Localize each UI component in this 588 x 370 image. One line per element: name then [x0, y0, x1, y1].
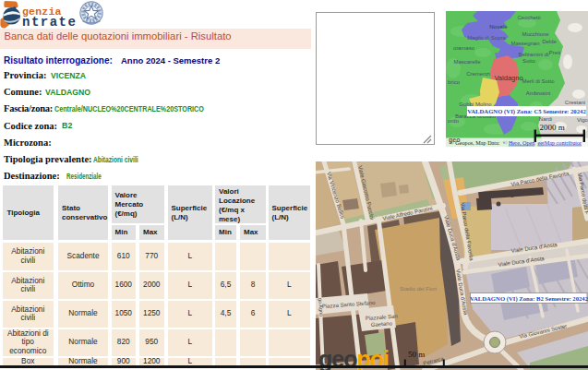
svg-text:50 m: 50 m	[408, 350, 425, 359]
svg-text:© Geopos, Map Data: © Here, O: © Geopos, Map Data: © Here, Open	[450, 139, 534, 146]
svg-text:eetMap contributor: eetMap contributor	[538, 139, 582, 146]
svg-text:Valdagno: Valdagno	[494, 74, 522, 82]
svg-text:Preti: Preti	[549, 50, 560, 55]
svg-text:2000 m: 2000 m	[540, 123, 565, 132]
svg-text:otamaso: otamaso	[453, 45, 475, 51]
svg-text:brico: brico	[448, 79, 461, 85]
svg-text:Massegnan: Massegnan	[510, 41, 539, 46]
svg-text:Crestani: Crestani	[565, 100, 585, 105]
svg-text:Mucchione: Mucchione	[522, 31, 549, 37]
svg-text:Maglio di Sopra: Maglio di Sopra	[467, 35, 506, 41]
svg-text:Delde: Delde	[542, 39, 557, 44]
svg-text:Cecchetti: Cecchetti	[517, 15, 540, 20]
svg-text:geo: geo	[449, 137, 460, 144]
svg-text:Mascarelle: Mascarelle	[453, 59, 481, 65]
svg-text:VALDAGNO (VI) Zona: B2 Semestr: VALDAGNO (VI) Zona: B2 Semestre: 20242	[470, 295, 588, 303]
svg-text:ordo: ordo	[448, 118, 460, 124]
svg-text:Beltramini di: Beltramini di	[518, 52, 548, 57]
svg-text:Vigo: Vigo	[577, 117, 588, 123]
svg-text:Sotto: Sotto	[522, 58, 536, 64]
svg-text:Merli di Sotto: Merli di Sotto	[522, 78, 555, 84]
svg-text:Cremenzi: Cremenzi	[466, 71, 490, 77]
svg-text:Stadio dei Fiori: Stadio dei Fiori	[400, 286, 437, 292]
svg-text:VALDAGNO (VI) Zona: C5 Semestr: VALDAGNO (VI) Zona: C5 Semestre: 20242	[467, 108, 586, 115]
svg-text:Novale: Novale	[489, 23, 508, 30]
svg-text:Ambrosini: Ambrosini	[526, 90, 551, 96]
svg-text:Nardi: Nardi	[539, 116, 552, 122]
